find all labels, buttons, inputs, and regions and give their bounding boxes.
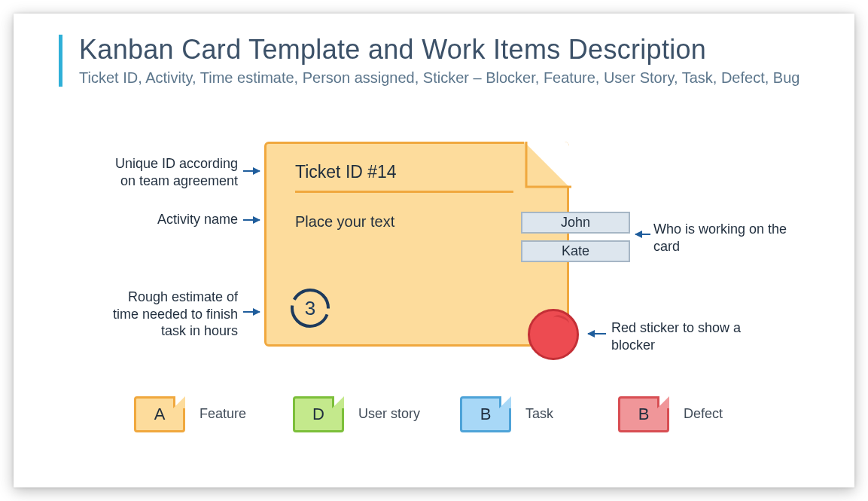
arrow-left-icon bbox=[588, 333, 606, 335]
annotation-id: Unique ID according on team agreement bbox=[101, 155, 238, 189]
legend-letter: B bbox=[638, 405, 650, 424]
blocker-sticker-icon bbox=[528, 309, 579, 360]
arrow-right-icon bbox=[243, 311, 260, 313]
ticket-id: Ticket ID #14 bbox=[295, 162, 397, 182]
legend-card-task: B bbox=[460, 396, 511, 432]
legend-label: Task bbox=[525, 406, 553, 422]
slide: Kanban Card Template and Work Items Desc… bbox=[14, 14, 854, 487]
arrow-right-icon bbox=[243, 170, 260, 172]
assignee-tag: Kate bbox=[521, 240, 630, 262]
annotation-blocker: Red sticker to show a blocker bbox=[611, 319, 784, 353]
annotation-activity: Activity name bbox=[101, 211, 238, 228]
card-fold-icon bbox=[173, 396, 185, 408]
legend-card-defect: B bbox=[618, 396, 669, 432]
arrow-left-icon bbox=[635, 234, 650, 235]
activity-text: Place your text bbox=[295, 213, 394, 231]
legend-label: Defect bbox=[684, 406, 723, 422]
legend-label: Feature bbox=[199, 406, 246, 422]
page-title: Kanban Card Template and Work Items Desc… bbox=[79, 35, 799, 65]
time-estimate-value: 3 bbox=[289, 287, 331, 329]
legend-card-userstory: D bbox=[293, 396, 344, 432]
header: Kanban Card Template and Work Items Desc… bbox=[59, 35, 799, 87]
card-fold-icon bbox=[332, 396, 344, 408]
card-fold-icon bbox=[657, 396, 669, 408]
legend-label: User story bbox=[358, 406, 420, 422]
page-subtitle: Ticket ID, Activity, Time estimate, Pers… bbox=[79, 69, 799, 87]
card-fold-icon bbox=[499, 396, 511, 408]
ticket-id-underline bbox=[295, 191, 513, 193]
assignee-tag: John bbox=[521, 212, 630, 234]
legend-letter: B bbox=[480, 405, 492, 424]
annotation-who: Who is working on the card bbox=[653, 221, 804, 255]
legend-letter: A bbox=[154, 405, 166, 424]
arrow-right-icon bbox=[243, 219, 260, 221]
time-estimate: 3 bbox=[289, 287, 331, 329]
annotation-estimate: Rough estimate of time needed to finish … bbox=[101, 289, 238, 340]
legend-card-feature: A bbox=[134, 396, 185, 432]
legend-letter: D bbox=[312, 405, 324, 424]
card-fold-border bbox=[524, 142, 569, 187]
